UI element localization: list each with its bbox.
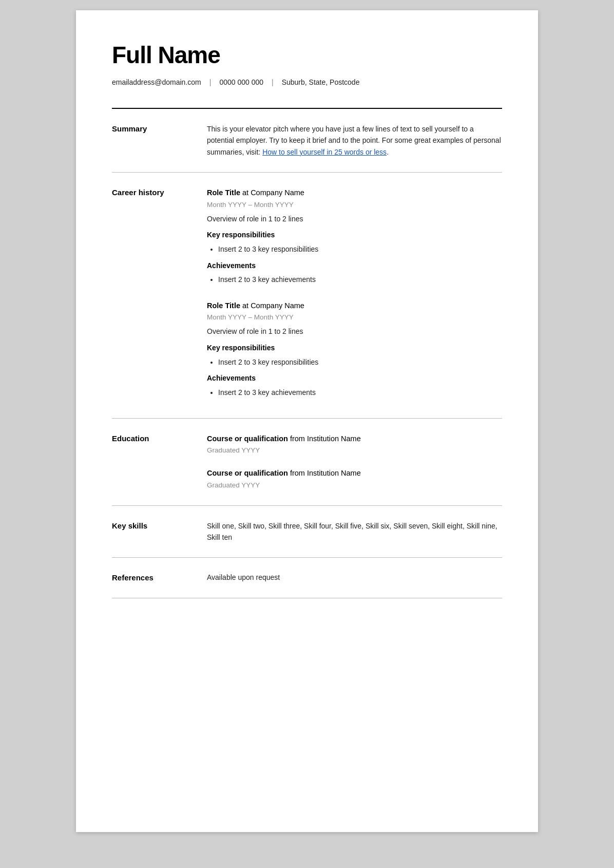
job-1-overview: Overview of role in 1 to 2 lines	[207, 214, 502, 225]
job-2-title-line: Role Title at Company Name	[207, 300, 502, 311]
edu-1-graduated: Graduated YYYY	[207, 445, 502, 456]
job-2-achievements-list: Insert 2 to 3 key achievements	[207, 387, 502, 399]
edu-2-institution: from Institution Name	[290, 469, 361, 477]
key-skills-section: Key skills Skill one, Skill two, Skill t…	[112, 506, 502, 558]
job-2-overview: Overview of role in 1 to 2 lines	[207, 326, 502, 337]
job-1-responsibilities-list: Insert 2 to 3 key responsibilities	[207, 244, 502, 255]
job-2-company-text: at Company Name	[242, 301, 304, 310]
job-2-responsibilities-heading: Key responsibilities	[207, 343, 502, 354]
summary-text-after: .	[387, 148, 389, 156]
list-item: Insert 2 to 3 key responsibilities	[218, 357, 502, 368]
job-1-achievements-list: Insert 2 to 3 key achievements	[207, 274, 502, 286]
header-name: Full Name	[112, 41, 502, 69]
job-1-achievements-heading: Achievements	[207, 260, 502, 272]
edu-block-2: Course or qualification from Institution…	[207, 467, 502, 490]
job-2-achievements-heading: Achievements	[207, 373, 502, 384]
career-history-label: Career history	[112, 187, 207, 404]
job-2-dates: Month YYYY – Month YYYY	[207, 312, 502, 323]
references-label: References	[112, 572, 207, 583]
email: emailaddress@domain.com	[112, 78, 201, 86]
summary-section: Summary This is your elevator pitch wher…	[112, 109, 502, 173]
edu-2-course: Course or qualification	[207, 469, 288, 477]
list-item: Insert 2 to 3 key achievements	[218, 274, 502, 286]
summary-link[interactable]: How to sell yourself in 25 words or less	[262, 148, 387, 156]
location: Suburb, State, Postcode	[282, 78, 360, 86]
job-1-responsibilities-heading: Key responsibilities	[207, 230, 502, 241]
key-skills-content: Skill one, Skill two, Skill three, Skill…	[207, 520, 502, 543]
education-label: Education	[112, 433, 207, 491]
job-1-company-text: at Company Name	[242, 188, 304, 197]
references-text: Available upon request	[207, 572, 502, 583]
career-history-content: Role Title at Company Name Month YYYY – …	[207, 187, 502, 404]
edu-1-course: Course or qualification	[207, 435, 288, 443]
key-skills-label: Key skills	[112, 520, 207, 543]
references-content: Available upon request	[207, 572, 502, 583]
skills-text: Skill one, Skill two, Skill three, Skill…	[207, 520, 502, 543]
job-1-role: Role Title	[207, 188, 240, 197]
job-1-title-line: Role Title at Company Name	[207, 187, 502, 198]
job-block-1: Role Title at Company Name Month YYYY – …	[207, 187, 502, 286]
resume-page: Full Name emailaddress@domain.com | 0000…	[76, 10, 538, 832]
edu-1-title-line: Course or qualification from Institution…	[207, 433, 502, 444]
job-block-2: Role Title at Company Name Month YYYY – …	[207, 300, 502, 399]
edu-block-1: Course or qualification from Institution…	[207, 433, 502, 456]
summary-text: This is your elevator pitch where you ha…	[207, 123, 502, 158]
list-item: Insert 2 to 3 key achievements	[218, 387, 502, 399]
edu-1-institution: from Institution Name	[290, 435, 361, 443]
summary-label: Summary	[112, 123, 207, 158]
job-1-dates: Month YYYY – Month YYYY	[207, 200, 502, 211]
separator-2: |	[272, 78, 274, 86]
job-2-role: Role Title	[207, 301, 240, 310]
job-2-responsibilities-list: Insert 2 to 3 key responsibilities	[207, 357, 502, 368]
edu-2-title-line: Course or qualification from Institution…	[207, 467, 502, 479]
separator-1: |	[209, 78, 212, 86]
education-content: Course or qualification from Institution…	[207, 433, 502, 491]
edu-2-graduated: Graduated YYYY	[207, 480, 502, 491]
references-section: References Available upon request	[112, 558, 502, 598]
education-section: Education Course or qualification from I…	[112, 419, 502, 506]
career-history-section: Career history Role Title at Company Nam…	[112, 173, 502, 419]
list-item: Insert 2 to 3 key responsibilities	[218, 244, 502, 255]
contact-row: emailaddress@domain.com | 0000 000 000 |…	[112, 78, 502, 96]
summary-content: This is your elevator pitch where you ha…	[207, 123, 502, 158]
phone: 0000 000 000	[219, 78, 263, 86]
